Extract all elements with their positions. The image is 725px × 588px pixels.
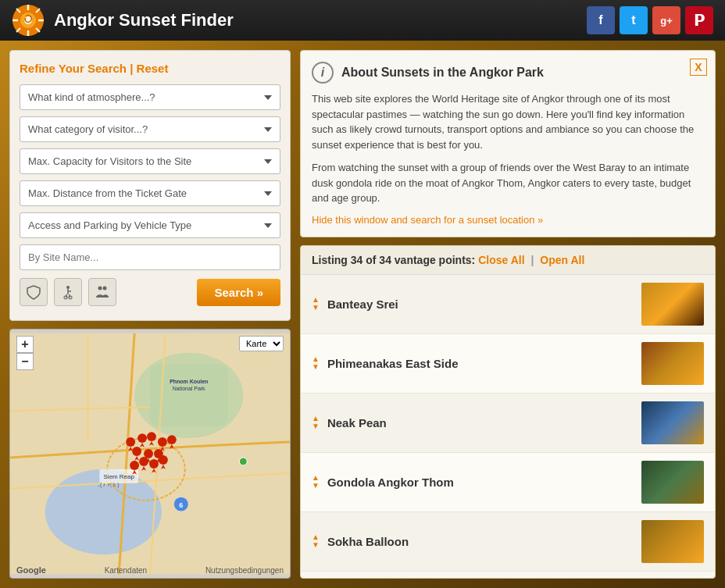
group-filter-button[interactable]	[88, 278, 116, 306]
shield-icon	[26, 284, 41, 300]
svg-point-29	[158, 437, 167, 447]
thumb-image	[641, 520, 704, 563]
result-thumbnail	[641, 401, 704, 444]
result-thumbnail	[641, 283, 704, 326]
svg-point-31	[132, 447, 141, 456]
zoom-out-button[interactable]: −	[16, 353, 34, 370]
result-name: Gondola Angkor Thom	[327, 476, 634, 489]
result-item[interactable]: ▲ ▼ Gondola Angkor Thom	[301, 453, 715, 512]
zoom-in-button[interactable]: +	[16, 336, 34, 353]
group-icon	[95, 284, 110, 300]
info-para-2: From watching the sunset with a group of…	[312, 160, 704, 206]
close-all-link[interactable]: Close All	[478, 254, 524, 266]
map-svg: Siem Reap (ក្រុង) Phnom Koulen National …	[10, 330, 290, 578]
result-sort-arrow: ▲ ▼	[312, 533, 320, 549]
listing-prefix: Listing	[312, 254, 351, 266]
search-title: Refine Your Search | Reset	[20, 62, 280, 75]
svg-point-30	[167, 435, 177, 444]
result-item[interactable]: ▲ ▼ Phimeanakas East Side	[301, 334, 715, 394]
visitor-filter[interactable]: What category of visitor...?	[20, 116, 280, 142]
svg-point-11	[66, 286, 70, 289]
result-item[interactable]: ▲ ▼ Sokha Balloon	[301, 512, 715, 572]
social-icons: f t g+ 𝗣	[587, 6, 713, 34]
info-close-button[interactable]: X	[690, 59, 707, 76]
svg-point-26	[126, 437, 135, 447]
google-logo: Google	[16, 565, 46, 575]
info-box-title: About Sunsets in the Angkor Park	[341, 66, 544, 80]
thumb-image	[641, 283, 704, 326]
result-name: Sokha Balloon	[327, 535, 634, 548]
result-sort-arrow: ▲ ▼	[312, 474, 320, 490]
twitter-button[interactable]: t	[620, 6, 648, 34]
info-para-1: This web site explores the World Heritag…	[312, 91, 704, 152]
info-box: i About Sunsets in the Angkor Park X Thi…	[300, 50, 716, 237]
capacity-filter[interactable]: Max. Capacity for Visitors to the Site	[20, 148, 280, 174]
hide-window-link[interactable]: Hide this window and search for a sunset…	[312, 214, 543, 226]
thumb-image	[641, 342, 704, 385]
site-name-input[interactable]	[20, 244, 280, 270]
info-box-header: i About Sunsets in the Angkor Park	[312, 62, 704, 84]
result-item[interactable]: ▲ ▼ Banteay Srei	[301, 275, 715, 334]
svg-point-36	[149, 459, 159, 469]
refine-label: Refine Your Search	[20, 62, 127, 75]
listing-suffix: of 34 vantage points:	[362, 254, 475, 266]
map-footer: Google Kartendaten Nutzungsbedingungen	[16, 565, 284, 575]
search-button[interactable]: Search »	[197, 279, 280, 306]
svg-point-28	[147, 432, 156, 441]
result-sort-arrow: ▲ ▼	[312, 415, 320, 430]
main-content: Refine Your Search | Reset What kind of …	[0, 41, 725, 588]
result-name: Phimeanakas East Side	[327, 357, 634, 370]
logo-icon	[12, 4, 45, 37]
result-sort-arrow: ▲ ▼	[312, 355, 320, 371]
wheelchair-icon	[60, 284, 76, 300]
svg-text:(ក្រុង): (ក្រុង)	[98, 482, 119, 488]
svg-point-27	[138, 433, 147, 443]
svg-point-14	[98, 287, 102, 290]
map-type-selector[interactable]: Karte	[239, 336, 284, 351]
svg-point-37	[159, 455, 168, 465]
svg-point-32	[144, 449, 153, 458]
app-title: Angkor Sunset Finder	[54, 10, 234, 30]
result-thumbnail	[641, 461, 704, 504]
results-panel: Listing 34 of 34 vantage points: Close A…	[300, 245, 716, 579]
map-box: + − Karte	[9, 329, 291, 579]
wheelchair-filter-button[interactable]	[54, 278, 82, 306]
listing-count: 34	[351, 254, 363, 266]
search-box: Refine Your Search | Reset What kind of …	[9, 50, 291, 321]
svg-point-13	[69, 296, 72, 299]
results-header: Listing 34 of 34 vantage points: Close A…	[301, 246, 715, 275]
info-icon: i	[312, 62, 334, 84]
result-thumbnail	[641, 342, 704, 385]
left-panel: Refine Your Search | Reset What kind of …	[9, 50, 291, 579]
result-name: Banteay Srei	[327, 298, 634, 311]
svg-text:6: 6	[179, 501, 183, 509]
reset-link[interactable]: Reset	[137, 62, 169, 75]
right-panel: i About Sunsets in the Angkor Park X Thi…	[300, 50, 716, 579]
result-thumbnail	[641, 520, 704, 563]
result-item[interactable]: ▲ ▼ Neak Pean	[301, 394, 715, 453]
thumb-image	[641, 461, 704, 504]
shield-filter-button[interactable]	[20, 278, 48, 306]
svg-text:Siem Reap: Siem Reap	[104, 473, 135, 480]
facebook-button[interactable]: f	[587, 6, 615, 34]
distance-filter[interactable]: Max. Distance from the Ticket Gate	[20, 180, 280, 206]
open-all-link[interactable]: Open All	[540, 254, 584, 266]
results-separator: |	[530, 254, 534, 266]
svg-text:National Park: National Park	[173, 386, 205, 391]
result-name: Neak Pean	[327, 416, 634, 429]
result-sort-arrow: ▲ ▼	[312, 296, 320, 312]
svg-point-15	[103, 287, 107, 290]
atmosphere-filter[interactable]: What kind of atmosphere...?	[20, 84, 280, 110]
map-terms-label: Nutzungsbedingungen	[205, 566, 284, 575]
header: Angkor Sunset Finder f t g+ 𝗣	[0, 0, 725, 41]
map-zoom-controls: + −	[16, 336, 34, 370]
pinterest-button[interactable]: 𝗣	[685, 6, 713, 34]
googleplus-button[interactable]: g+	[652, 6, 680, 34]
separator: |	[130, 62, 136, 75]
thumb-image	[641, 401, 704, 444]
header-left: Angkor Sunset Finder	[12, 4, 234, 37]
access-filter[interactable]: Access and Parking by Vehicle Type	[20, 212, 280, 238]
svg-point-40	[239, 458, 247, 465]
svg-point-34	[139, 457, 148, 466]
map-data-label: Kartendaten	[105, 566, 148, 575]
